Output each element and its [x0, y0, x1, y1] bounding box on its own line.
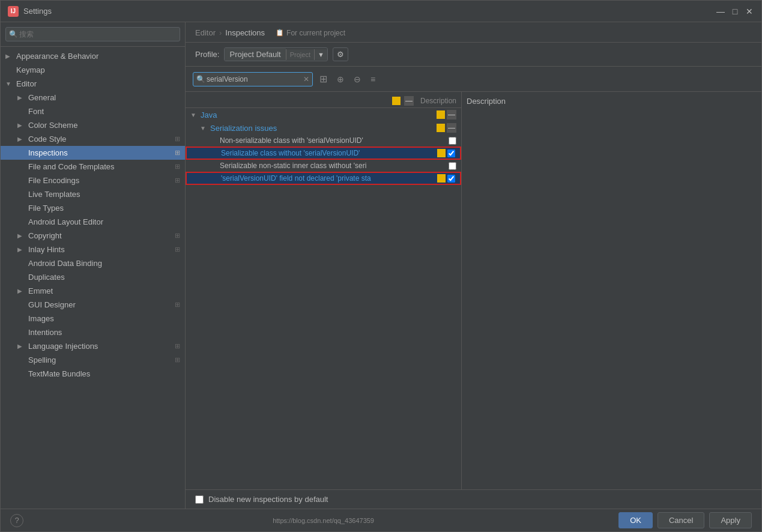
sidebar-item-file-code-templates[interactable]: ▶ File and Code Templates ⊞: [1, 160, 185, 174]
sidebar-item-intentions[interactable]: ▶ Intentions: [1, 325, 185, 339]
inspections-toolbar: 🔍 ✕ ⊞ ⊕ ⊖ ≡: [186, 67, 761, 92]
inspections-search-input[interactable]: [193, 72, 313, 86]
settings-window: IJ Settings — □ ✕ 🔍 ▶ Appearance & Behav…: [0, 0, 762, 532]
clear-search-icon[interactable]: ✕: [303, 75, 309, 83]
sidebar-item-spelling[interactable]: ▶ Spelling ⊞: [1, 353, 185, 367]
java-arrow: ▼: [190, 112, 199, 118]
sidebar-search-box: 🔍: [1, 22, 185, 47]
copy-icon: ⊞: [175, 163, 180, 171]
sidebar-item-label: Live Templates: [28, 190, 80, 199]
sidebar-item-label: File Types: [28, 204, 64, 213]
collapse-all-button[interactable]: ⊖: [351, 73, 364, 86]
window-title: Settings: [23, 7, 716, 16]
sidebar-item-textmate[interactable]: ▶ TextMate Bundles: [1, 367, 185, 381]
cancel-button[interactable]: Cancel: [658, 512, 704, 528]
sidebar-item-images[interactable]: ▶ Images: [1, 312, 185, 325]
sidebar-item-file-encodings[interactable]: ▶ File Encodings ⊞: [1, 174, 185, 187]
breadcrumb-current: Inspections: [225, 28, 265, 37]
arrow-icon: ▶: [17, 94, 26, 101]
sidebar-item-live-templates[interactable]: ▶ Live Templates: [1, 187, 185, 201]
sidebar-item-label: Inlay Hints: [28, 245, 65, 254]
arrow-icon: ▶: [17, 136, 26, 142]
filter-button[interactable]: ⊞: [316, 71, 330, 86]
sidebar-item-label: Android Data Binding: [28, 259, 102, 268]
minimize-button[interactable]: —: [716, 7, 725, 16]
copy-icon: ⊞: [175, 301, 180, 309]
sidebar-item-lang-injections[interactable]: ▶ Language Injections ⊞: [1, 339, 185, 353]
project-info-text: For current project: [286, 29, 345, 37]
group-button[interactable]: ≡: [367, 73, 378, 86]
ok-button[interactable]: OK: [618, 512, 653, 528]
java-label: Java: [201, 110, 217, 119]
sidebar-item-file-types[interactable]: ▶ File Types: [1, 201, 185, 215]
serialization-group-row[interactable]: ▼ Serialization issues —: [186, 121, 461, 135]
sidebar: 🔍 ▶ Appearance & Behavior ▶ Keymap ▼: [1, 22, 186, 509]
sidebar-item-keymap[interactable]: ▶ Keymap: [1, 63, 185, 77]
sidebar-item-label: Inspections: [28, 148, 68, 157]
sidebar-item-label: Copyright: [28, 231, 62, 240]
sidebar-item-code-style[interactable]: ▶ Code Style ⊞: [1, 132, 185, 146]
sidebar-search-input[interactable]: [5, 27, 180, 41]
sidebar-search-wrap: 🔍: [5, 27, 180, 41]
disable-new-inspections-checkbox[interactable]: [195, 495, 204, 504]
project-info-icon: 📋: [276, 29, 284, 37]
close-button[interactable]: ✕: [745, 7, 754, 16]
sidebar-item-label: Intentions: [28, 328, 62, 337]
sidebar-item-label: TextMate Bundles: [28, 369, 90, 378]
copy-icon: ⊞: [175, 232, 180, 240]
sidebar-item-inlay-hints[interactable]: ▶ Inlay Hints ⊞: [1, 243, 185, 256]
serial-private-label: 'serialVersionUID' field not declared 'p…: [221, 174, 435, 183]
expand-all-button[interactable]: ⊕: [334, 73, 347, 86]
profile-value: Project Default: [225, 48, 285, 61]
sidebar-item-editor[interactable]: ▼ Editor: [1, 77, 185, 91]
maximize-button[interactable]: □: [730, 7, 740, 16]
arrow-icon: ▼: [5, 80, 14, 87]
sidebar-item-appearance[interactable]: ▶ Appearance & Behavior: [1, 49, 185, 63]
sidebar-item-label: File Encodings: [28, 176, 79, 185]
copy-icon: ⊞: [175, 342, 180, 350]
project-info: 📋 For current project: [276, 29, 345, 37]
sidebar-item-android-data[interactable]: ▶ Android Data Binding: [1, 256, 185, 270]
serial-private-checkbox[interactable]: [447, 175, 455, 183]
profile-select-container: Project Default Project ▼: [224, 47, 327, 61]
search-field-icon: 🔍: [196, 75, 205, 83]
sidebar-item-gui-designer[interactable]: ▶ GUI Designer ⊞: [1, 298, 185, 312]
java-group-row[interactable]: ▼ Java —: [186, 108, 461, 121]
profile-dropdown-arrow[interactable]: ▼: [314, 49, 327, 60]
sidebar-item-emmet[interactable]: ▶ Emmet: [1, 284, 185, 298]
search-field: 🔍 ✕: [193, 72, 313, 86]
breadcrumb-separator: ›: [219, 28, 222, 37]
serial-without-color: [437, 149, 446, 157]
arrow-icon: ▶: [17, 232, 26, 239]
insp-item-serial-without[interactable]: Serializable class without 'serialVersio…: [186, 147, 461, 160]
inspections-tree: — Description ▼ Java — ▼ Serializa: [186, 92, 462, 489]
copy-icon: ⊞: [175, 149, 180, 157]
sidebar-item-label: Editor: [16, 79, 37, 88]
profile-label: Profile:: [195, 50, 219, 59]
help-button[interactable]: ?: [10, 514, 23, 527]
sidebar-item-label: Duplicates: [28, 273, 65, 282]
sidebar-item-label: File and Code Templates: [28, 162, 115, 171]
sidebar-item-font[interactable]: ▶ Font: [1, 104, 185, 118]
copy-icon: ⊞: [175, 177, 180, 184]
sidebar-item-duplicates[interactable]: ▶ Duplicates: [1, 270, 185, 284]
insp-item-non-serial[interactable]: Non-serializable class with 'serialVersi…: [186, 135, 461, 147]
serial-color-box: [437, 124, 445, 132]
non-serial-checkbox[interactable]: [449, 137, 456, 145]
insp-item-serial-nonstatic[interactable]: Serializable non-static inner class with…: [186, 160, 461, 172]
java-dash-btn[interactable]: —: [447, 110, 456, 119]
gear-button[interactable]: ⚙: [333, 47, 348, 61]
serial-dash-btn[interactable]: —: [447, 123, 456, 133]
apply-button[interactable]: Apply: [709, 512, 752, 528]
serial-without-checkbox[interactable]: [447, 150, 455, 157]
sidebar-item-inspections[interactable]: ▶ Inspections ⊞: [1, 146, 185, 160]
sidebar-item-color-scheme[interactable]: ▶ Color Scheme: [1, 118, 185, 132]
sidebar-item-copyright[interactable]: ▶ Copyright ⊞: [1, 229, 185, 243]
arrow-icon: ▶: [5, 53, 14, 59]
sidebar-item-general[interactable]: ▶ General: [1, 91, 185, 104]
sidebar-item-android-layout[interactable]: ▶ Android Layout Editor: [1, 215, 185, 229]
sidebar-item-label: Appearance & Behavior: [16, 52, 98, 61]
insp-item-serial-private[interactable]: 'serialVersionUID' field not declared 'p…: [186, 172, 461, 185]
titlebar: IJ Settings — □ ✕: [1, 1, 761, 22]
serial-nonstatic-checkbox[interactable]: [449, 162, 456, 170]
